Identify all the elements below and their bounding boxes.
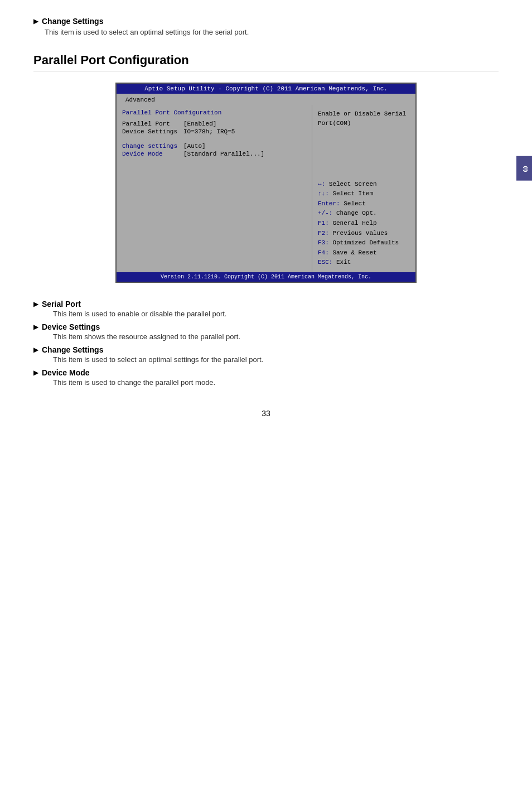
legend-text-3: Select (344, 200, 366, 207)
page-number: 33 (33, 409, 499, 418)
side-tab: ω (516, 156, 532, 181)
bullet-label-device-settings: Device Settings (42, 322, 100, 331)
bullet-desc-change-settings: This item is used to select an optimal s… (53, 355, 263, 364)
bullet-arrow-serial: ▶ (33, 300, 38, 308)
legend-row-4: +/-: Change Opt. (318, 209, 410, 219)
legend-row-8: F4: Save & Reset (318, 248, 410, 258)
bios-right-panel: Enable or Disable Serial Port(COM) ↔: Se… (312, 105, 415, 272)
bios-label-parallel-port: Parallel Port (122, 120, 178, 127)
top-section: ▶ Change Settings This item is used to s… (33, 17, 499, 36)
legend-text-8: Save & Reset (332, 249, 376, 256)
bullet-desc-serial: This item is used to enable or disable t… (53, 310, 226, 318)
legend-key-2: ↑↓: (318, 190, 332, 197)
bottom-bullet-serial-port: ▶ Serial Port This item is used to enabl… (33, 300, 499, 318)
legend-key-9: ESC: (318, 259, 336, 266)
legend-row-3: Enter: Select (318, 199, 410, 209)
legend-row-9: ESC: Exit (318, 258, 410, 268)
bios-title-text: Aptio Setup Utility - Copyright (C) 2011… (144, 85, 388, 92)
legend-key-8: F4: (318, 249, 332, 256)
legend-key-7: F3: (318, 239, 332, 246)
bullet-arrow-change-settings: ▶ (33, 346, 38, 354)
legend-text-5: General Help (332, 220, 376, 226)
legend-text-7: Optimized Defaults (332, 239, 399, 246)
bios-value-change-settings: [Auto] (183, 143, 306, 150)
bios-body: Parallel Port Configuration Parallel Por… (117, 105, 415, 272)
legend-text-9: Exit (336, 259, 351, 266)
bios-label-change-settings: Change settings (122, 143, 178, 150)
bullet-label-change-settings: Change Settings (42, 345, 103, 354)
legend-key-5: F1: (318, 220, 332, 226)
bios-section-title: Parallel Port Configuration (122, 109, 306, 116)
legend-row-6: F2: Previous Values (318, 229, 410, 239)
bottom-bullet-device-mode: ▶ Device Mode This item is used to chang… (33, 368, 499, 387)
bios-row-device-mode: Device Mode [Standard Parallel...] (122, 151, 306, 157)
legend-text-6: Previous Values (332, 230, 388, 237)
bios-value-parallel-port: [Enabled] (183, 120, 306, 127)
bottom-bullet-device-settings: ▶ Device Settings This item shows the re… (33, 322, 499, 341)
bullet-desc-device-mode: This item is used to change the parallel… (53, 378, 215, 387)
bios-row-change-settings: Change settings [Auto] (122, 143, 306, 150)
section-heading: Parallel Port Configuration (33, 53, 499, 71)
bios-help-text: Enable or Disable Serial Port(COM) (318, 109, 410, 128)
bullet-arrow-device-settings: ▶ (33, 323, 38, 331)
top-bullet-label: Change Settings (42, 17, 103, 26)
legend-text-1: Select Screen (329, 181, 377, 187)
bios-row-device-settings: Device Settings IO=378h; IRQ=5 (122, 128, 306, 135)
legend-text-4: Change Opt. (336, 210, 377, 216)
bullet-desc-device-settings: This item shows the resource assigned to… (53, 332, 240, 341)
bios-title-bar: Aptio Setup Utility - Copyright (C) 2011… (117, 84, 415, 94)
legend-row-7: F3: Optimized Defaults (318, 238, 410, 248)
bios-legend: ↔: Select Screen ↑↓: Select Item Enter: … (318, 180, 410, 268)
bullet-arrow-device-mode: ▶ (33, 369, 38, 377)
bullet-arrow-icon: ▶ (33, 17, 38, 25)
bullet-label-serial: Serial Port (42, 300, 81, 308)
bios-footer: Version 2.11.1210. Copyright (C) 2011 Am… (117, 272, 415, 282)
top-bullet-item: ▶ Change Settings (33, 17, 499, 26)
bios-value-device-mode: [Standard Parallel...] (183, 151, 306, 157)
bios-value-device-settings: IO=378h; IRQ=5 (183, 128, 306, 135)
bios-screen: Aptio Setup Utility - Copyright (C) 2011… (115, 83, 417, 283)
legend-row-1: ↔: Select Screen (318, 180, 410, 190)
legend-key-4: +/-: (318, 210, 336, 216)
bios-left-panel: Parallel Port Configuration Parallel Por… (117, 105, 312, 272)
bottom-bullets: ▶ Serial Port This item is used to enabl… (33, 300, 499, 387)
bios-label-device-settings: Device Settings (122, 128, 178, 135)
bios-tab-advanced[interactable]: Advanced (122, 96, 158, 104)
bottom-bullet-change-settings: ▶ Change Settings This item is used to s… (33, 345, 499, 364)
legend-row-5: F1: General Help (318, 219, 410, 229)
legend-key-3: Enter: (318, 200, 344, 207)
top-bullet-desc: This item is used to select an optimal s… (45, 28, 499, 36)
side-tab-label: ω (520, 165, 529, 172)
bullet-label-device-mode: Device Mode (42, 368, 90, 377)
page-content: ω ▶ Change Settings This item is used to… (0, 0, 532, 451)
legend-row-2: ↑↓: Select Item (318, 189, 410, 199)
legend-text-2: Select Item (332, 190, 373, 197)
bios-row-parallel-port: Parallel Port [Enabled] (122, 120, 306, 127)
legend-key-1: ↔: (318, 181, 329, 187)
bios-label-device-mode: Device Mode (122, 151, 178, 157)
legend-key-6: F2: (318, 230, 332, 237)
